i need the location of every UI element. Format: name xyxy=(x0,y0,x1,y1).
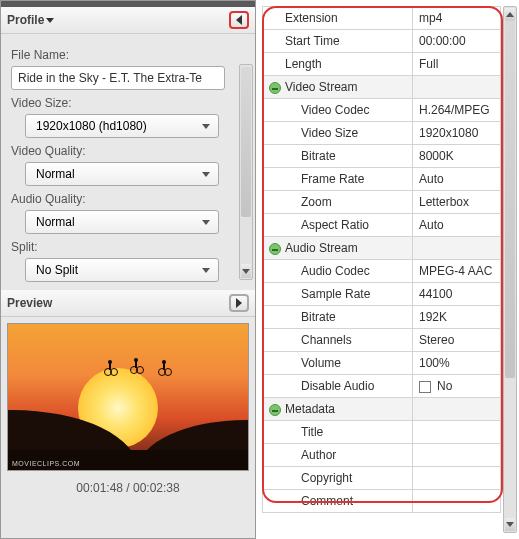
property-row[interactable]: Title xyxy=(263,421,501,444)
property-row[interactable]: Bitrate8000K xyxy=(263,145,501,168)
property-row[interactable]: Author xyxy=(263,444,501,467)
property-value[interactable]: mp4 xyxy=(413,7,501,30)
file-name-label: File Name: xyxy=(11,48,225,62)
caret-down-icon xyxy=(46,18,54,23)
property-row[interactable]: Disable AudioNo xyxy=(263,375,501,398)
property-label: Copyright xyxy=(263,467,413,490)
property-row[interactable]: Aspect RatioAuto xyxy=(263,214,501,237)
preview-play-button[interactable] xyxy=(229,294,249,312)
left-panel: Profile File Name: Video Size: 1920x1080… xyxy=(0,0,256,539)
property-row[interactable]: ZoomLetterbox xyxy=(263,191,501,214)
property-value[interactable]: H.264/MPEG xyxy=(413,99,501,122)
property-value-text: No xyxy=(437,379,452,393)
property-value[interactable]: No xyxy=(413,375,501,398)
collapse-icon[interactable] xyxy=(269,243,281,255)
scroll-down-icon[interactable] xyxy=(505,518,515,531)
video-quality-value: Normal xyxy=(36,167,75,181)
group-label: Metadata xyxy=(285,402,335,416)
property-value[interactable]: Full xyxy=(413,53,501,76)
preview-header[interactable]: Preview xyxy=(1,290,255,317)
audio-quality-dropdown[interactable]: Normal xyxy=(25,210,219,234)
property-row[interactable]: Sample Rate44100 xyxy=(263,283,501,306)
audio-quality-label: Audio Quality: xyxy=(11,192,225,206)
property-label: Video Size xyxy=(263,122,413,145)
collapse-icon[interactable] xyxy=(269,82,281,94)
group-value-cell xyxy=(413,76,501,99)
property-row[interactable]: ChannelsStereo xyxy=(263,329,501,352)
audio-quality-value: Normal xyxy=(36,215,75,229)
profile-scrollbar[interactable] xyxy=(239,64,253,280)
scrollbar-thumb[interactable] xyxy=(241,67,251,217)
property-label: Sample Rate xyxy=(263,283,413,306)
property-label: Audio Codec xyxy=(263,260,413,283)
property-row[interactable]: Video Size1920x1080 xyxy=(263,122,501,145)
property-value[interactable] xyxy=(413,444,501,467)
property-group-row[interactable]: Metadata xyxy=(263,398,501,421)
split-value: No Split xyxy=(36,263,78,277)
collapse-icon[interactable] xyxy=(269,404,281,416)
property-value[interactable]: 00:00:00 xyxy=(413,30,501,53)
bike-silhouette-icon xyxy=(130,358,144,374)
scroll-up-icon[interactable] xyxy=(505,8,515,21)
property-value[interactable]: Auto xyxy=(413,214,501,237)
property-value[interactable]: Auto xyxy=(413,168,501,191)
profile-title: Profile xyxy=(7,13,44,27)
property-value[interactable]: 1920x1080 xyxy=(413,122,501,145)
video-quality-dropdown[interactable]: Normal xyxy=(25,162,219,186)
bike-silhouette-icon xyxy=(158,360,172,376)
checkbox-icon[interactable] xyxy=(419,381,431,393)
property-value[interactable]: Letterbox xyxy=(413,191,501,214)
property-label: Volume xyxy=(263,352,413,375)
bike-silhouette-icon xyxy=(104,360,118,376)
property-value[interactable]: 100% xyxy=(413,352,501,375)
property-row[interactable]: Copyright xyxy=(263,467,501,490)
property-value[interactable] xyxy=(413,490,501,513)
file-name-input[interactable] xyxy=(11,66,225,90)
scroll-down-icon[interactable] xyxy=(241,264,251,278)
property-label: Zoom xyxy=(263,191,413,214)
property-label: Frame Rate xyxy=(263,168,413,191)
panel-collapse-button[interactable] xyxy=(229,11,249,29)
property-row[interactable]: Extensionmp4 xyxy=(263,7,501,30)
property-row[interactable]: Bitrate192K xyxy=(263,306,501,329)
chevron-down-icon xyxy=(202,124,210,129)
property-value[interactable]: MPEG-4 AAC xyxy=(413,260,501,283)
video-preview[interactable]: MOVIECLIPS.COM xyxy=(7,323,249,471)
property-row[interactable]: Frame RateAuto xyxy=(263,168,501,191)
split-label: Split: xyxy=(11,240,225,254)
property-row[interactable]: Volume100% xyxy=(263,352,501,375)
preview-time: 00:01:48 / 00:02:38 xyxy=(1,477,255,499)
property-row[interactable]: Video CodecH.264/MPEG xyxy=(263,99,501,122)
property-value[interactable]: 192K xyxy=(413,306,501,329)
property-value[interactable] xyxy=(413,421,501,444)
video-size-dropdown[interactable]: 1920x1080 (hd1080) xyxy=(25,114,219,138)
property-label: Author xyxy=(263,444,413,467)
group-label: Audio Stream xyxy=(285,241,358,255)
split-dropdown[interactable]: No Split xyxy=(25,258,219,282)
property-label: Bitrate xyxy=(263,145,413,168)
chevron-down-icon xyxy=(202,220,210,225)
properties-table: Extensionmp4Start Time00:00:00LengthFull… xyxy=(262,6,501,513)
preview-watermark: MOVIECLIPS.COM xyxy=(12,460,80,467)
property-label: Length xyxy=(263,53,413,76)
property-value[interactable]: Stereo xyxy=(413,329,501,352)
property-value[interactable] xyxy=(413,467,501,490)
chevron-down-icon xyxy=(202,172,210,177)
property-group-row[interactable]: Video Stream xyxy=(263,76,501,99)
property-row[interactable]: Start Time00:00:00 xyxy=(263,30,501,53)
property-row[interactable]: Comment xyxy=(263,490,501,513)
video-size-value: 1920x1080 (hd1080) xyxy=(36,119,147,133)
property-label: Extension xyxy=(263,7,413,30)
property-value[interactable]: 8000K xyxy=(413,145,501,168)
property-label: Channels xyxy=(263,329,413,352)
group-value-cell xyxy=(413,237,501,260)
profile-form: File Name: Video Size: 1920x1080 (hd1080… xyxy=(1,34,255,290)
property-group-row[interactable]: Audio Stream xyxy=(263,237,501,260)
property-row[interactable]: Audio CodecMPEG-4 AAC xyxy=(263,260,501,283)
video-size-label: Video Size: xyxy=(11,96,225,110)
property-row[interactable]: LengthFull xyxy=(263,53,501,76)
properties-scrollbar[interactable] xyxy=(503,6,517,533)
profile-header[interactable]: Profile xyxy=(1,7,255,34)
scrollbar-thumb[interactable] xyxy=(505,21,515,378)
property-value[interactable]: 44100 xyxy=(413,283,501,306)
